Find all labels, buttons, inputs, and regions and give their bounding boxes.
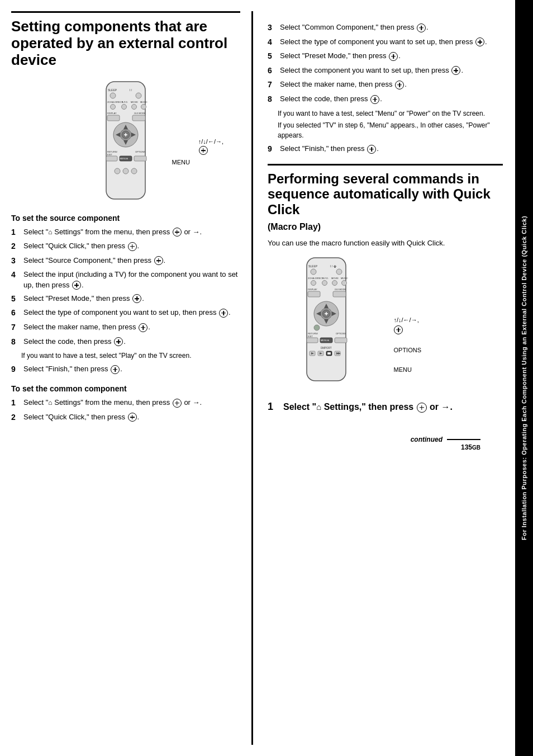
circle-plus-icon [451,66,460,75]
intro-text: You can use the macro function easily wi… [268,238,503,249]
source-steps: 1 Select "⌂ Settings" from the menu, the… [11,227,240,375]
circle-plus-icon [128,242,137,251]
svg-rect-70 [335,338,347,343]
common-steps: 1 Select "⌂ Settings" from the menu, the… [11,398,240,423]
circle-plus-icon [417,23,426,32]
annotation-menu-left: MENU [172,159,190,166]
circle-plus-icon [132,294,141,303]
circle-plus-icon [72,281,81,290]
step-item: 1 Select "⌂ Settings" from the menu, the… [11,227,240,238]
svg-text:I /: I / [130,88,132,92]
svg-text:MUSIC: MUSIC [341,277,348,280]
svg-rect-15 [107,115,120,121]
svg-rect-16 [132,115,145,121]
macro-subtitle: (Macro Play) [268,222,503,232]
svg-text:2CH/A.DIRECT: 2CH/A.DIRECT [308,277,323,280]
circle-plus-icon [199,146,208,155]
svg-point-39 [311,269,316,275]
remote-svg-left: SLEEP I / 2CH/A.DIRECT A.F.D. MOVIE MUSI… [89,79,162,202]
left-column: Setting components that are operated by … [11,11,251,745]
svg-text:A.F.D.: A.F.D. [122,101,128,103]
footer-area: continued 135GB [268,430,503,451]
circle-plus-icon-r [394,325,403,334]
svg-rect-78 [327,352,331,355]
bold-step-text: Select "⌂ Settings," then press or →. [283,401,453,413]
svg-point-10 [122,104,127,109]
circle-plus-icon [367,145,376,154]
svg-text:GUI MODE: GUI MODE [335,288,346,291]
source-section-heading: To set the source component [11,214,240,223]
annotation-arrows: ↑/↓/←/→, [198,138,223,155]
svg-text:A.F.D.: A.F.D. [322,277,329,280]
annotation-arrows-right: ↑/↓/←/→, OPTIONS MENU [393,315,421,375]
svg-text:SLEEP: SLEEP [308,264,318,268]
step-item: 1 Select "⌂ Settings" from the menu, the… [11,398,240,409]
svg-text:OPTIONS: OPTIONS [135,150,145,153]
svg-text:DMPORT: DMPORT [321,347,332,349]
svg-text:EXIT: EXIT [107,153,112,156]
circle-plus-icon [475,37,484,46]
svg-rect-66 [307,338,318,343]
right-column: 3 Select "Common Component," then press … [251,11,503,745]
svg-text:DISPLAY: DISPLAY [107,112,117,115]
svg-point-34 [115,168,120,174]
page-number: 135GB [268,443,503,451]
svg-point-47 [322,281,327,286]
svg-text:MENU⊕: MENU⊕ [321,339,329,342]
circle-plus-icon [173,399,182,408]
remote-image-left: SLEEP I / 2CH/A.DIRECT A.F.D. MOVIE MUSI… [11,79,240,204]
svg-rect-52 [308,291,320,297]
svg-point-46 [311,281,316,286]
svg-text:OPTIONS: OPTIONS [336,332,346,335]
step-note: If you want to have a test, select "Play… [21,351,240,361]
step-item: 3 Select "Common Component," then press … [268,22,503,34]
main-content: Setting components that are operated by … [0,0,515,756]
page: Setting components that are operated by … [0,0,533,756]
svg-point-2 [110,93,116,98]
svg-point-35 [123,168,129,174]
step-item: 8 Select the code, then press . [11,337,240,348]
step-item: 5 Select "Preset Mode," then press . [11,294,240,305]
step-item: 9 Select "Finish," then press . [11,364,240,375]
step-item: 7 Select the maker name, then press . [11,322,240,333]
step-item: 4 Select the input (including a TV) for … [11,270,240,290]
svg-rect-28 [106,156,117,161]
bold-step-1: 1 Select "⌂ Settings," then press or →. [268,401,503,413]
remote-svg-right: SLEEP I / ⏻ 2CH/A.DIRECT A.F.D. MOVIE MU… [290,255,363,389]
svg-text:MOVIE: MOVIE [331,277,339,280]
circle-plus-icon [370,95,379,104]
common-section-heading: To set the common component [11,384,240,393]
svg-point-12 [141,104,146,109]
svg-rect-53 [333,291,346,297]
step-item: 9 Select "Finish," then press . [268,144,503,155]
circle-plus-icon [395,81,404,89]
svg-point-4 [136,93,141,98]
svg-text:MENU⊕: MENU⊕ [120,157,129,160]
svg-point-36 [131,168,137,174]
remote-wrap-left: SLEEP I / 2CH/A.DIRECT A.F.D. MOVIE MUSI… [89,79,162,204]
footer-continued: continued [268,430,503,443]
main-title: Setting components that are operated by … [11,11,240,69]
step-item: 3 Select "Source Component," then press … [11,256,240,267]
circle-plus-icon [128,413,137,422]
svg-text:2CH/A.DIRECT: 2CH/A.DIRECT [107,101,123,103]
step-item: 2 Select "Quick Click," then press . [11,412,240,423]
bold-step-num: 1 [268,401,280,413]
svg-point-48 [332,281,337,286]
step-note: If you want to have a test, select "Menu… [278,108,503,119]
section2-title: Performing several commands in sequence … [268,164,503,218]
svg-text:GUI MODE: GUI MODE [134,112,146,115]
svg-rect-33 [134,156,146,161]
svg-point-63 [314,325,320,330]
circle-plus-icon [114,337,123,346]
circle-plus-icon [219,309,228,318]
svg-text:DISPLAY: DISPLAY [308,288,317,291]
side-tab: For Installation Purposes: Operating Eac… [515,0,533,756]
svg-text:EXIT: EXIT [308,335,313,338]
svg-text:MOVIE: MOVIE [131,101,138,103]
svg-text:SLEEP: SLEEP [108,88,117,92]
svg-point-41 [336,269,342,275]
svg-text:I / ⏻: I / ⏻ [330,264,336,268]
circle-plus-icon [139,323,147,332]
circle-plus-icon [173,228,182,237]
